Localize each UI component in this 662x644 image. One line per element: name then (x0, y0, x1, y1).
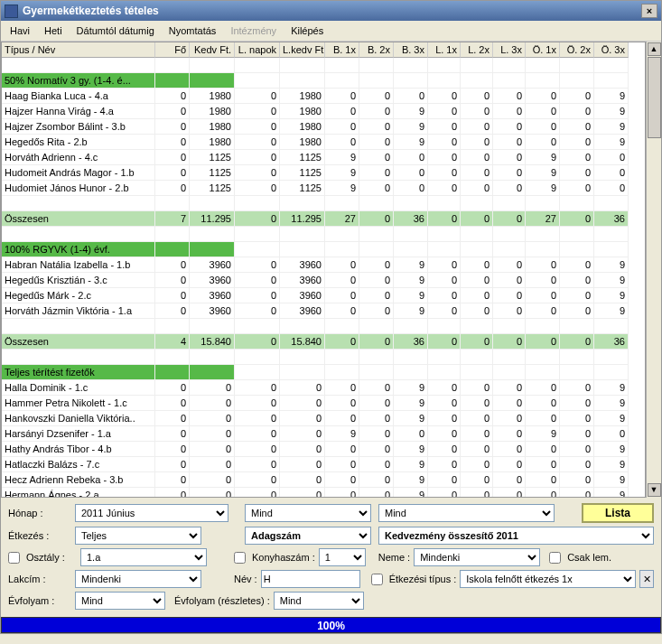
etkezes-label: Étkezés : (8, 530, 71, 541)
menu-datumtol[interactable]: Dátumtól dátumig (70, 23, 162, 38)
neme-select[interactable]: Mindenki (414, 548, 540, 566)
konyha-label: Konyhaszám : (252, 552, 315, 563)
etkezes-select[interactable]: Teljes (75, 527, 201, 545)
table-row: Hudomiet János Hunor - 2.b (2, 181, 155, 196)
table-row: Horváth Adrienn - 4.c (2, 150, 155, 165)
evfolyam-reszletes-label: Évfolyam (részletes) : (174, 595, 270, 606)
menubar: Havi Heti Dátumtól dátumig Nyomtatás Int… (1, 21, 661, 42)
lista-button[interactable]: Lista (582, 503, 654, 523)
column-header: B. 3x (394, 42, 428, 58)
data-grid[interactable]: Típus / NévFőKedv Ft.L. napokL.kedv FtB.… (1, 42, 646, 498)
vertical-scrollbar[interactable]: ▲ ▼ (646, 42, 661, 498)
menu-nyomtatas[interactable]: Nyomtatás (162, 23, 224, 38)
total-row: Összesen (2, 334, 155, 350)
table-row: Hathy András Tibor - 4.b (2, 442, 155, 457)
column-header: L. 1x (428, 42, 461, 58)
column-header: L. napok (235, 42, 280, 58)
table-row: Hudomeit András Magor - 1.b (2, 165, 155, 181)
lakcim-label: Lakcím : (8, 574, 71, 584)
table-row: Hegedős Rita - 2.b (2, 135, 155, 150)
nev-input[interactable] (261, 570, 360, 588)
group-header: 50% Normatív 3 gy. (1-4. é... (2, 73, 155, 89)
konyha-select[interactable]: 1 (319, 548, 366, 566)
csaklem-label: Csak lem. (567, 552, 611, 563)
lakcim-select[interactable]: Mindenki (75, 570, 201, 588)
group-header: Teljes térítést fizetők (2, 365, 155, 380)
column-header: Ö. 1x (526, 42, 560, 58)
progress-bar: 100% (1, 617, 661, 633)
etktip-clear-button[interactable]: ✕ (639, 570, 654, 588)
konyha-checkbox[interactable] (234, 552, 246, 564)
table-row: Hajzer Hanna Virág - 4.a (2, 104, 155, 119)
table-row: Hecz Adrienn Rebeka - 3.b (2, 472, 155, 488)
etktip-label: Étkezési típus : (389, 574, 457, 584)
group-header: 100% RGYVK (1-4) évf. (2, 242, 155, 257)
column-header: B. 2x (359, 42, 394, 58)
scroll-down-button[interactable]: ▼ (648, 483, 661, 497)
window-title: Gyermekétkeztetés tételes (23, 5, 641, 17)
table-row: Horváth Jázmin Viktória - 1.a (2, 303, 155, 319)
table-row: Halla Dominik - 1.c (2, 380, 155, 396)
menu-kilepes[interactable]: Kilépés (284, 23, 331, 38)
column-header: Ö. 3x (594, 42, 629, 58)
scroll-up-button[interactable]: ▲ (648, 42, 661, 56)
table-row: Habran Natália Izabella - 1.b (2, 257, 155, 273)
csaklem-checkbox[interactable] (549, 552, 561, 564)
evfolyam-reszletes-select[interactable]: Mind (274, 592, 364, 610)
kedvezmeny-select[interactable]: Kedvezmény összesítő 2011 (378, 527, 654, 545)
etktip-checkbox[interactable] (371, 574, 383, 585)
table-row: Hajzer Zsombor Bálint - 3.b (2, 119, 155, 135)
menu-heti[interactable]: Heti (37, 23, 70, 38)
total-row: Összesen (2, 211, 155, 227)
etktip-select[interactable]: Iskola felnőtt étkezés 1x (460, 570, 636, 588)
osztaly-checkbox[interactable] (8, 552, 20, 564)
column-header: L. 2x (461, 42, 493, 58)
adagszam-select[interactable]: Adagszám (245, 527, 371, 545)
column-header: Típus / Név (2, 42, 155, 58)
table-row: Hermann Ágnes - 2.a (2, 488, 155, 498)
menu-intezmeny: Intézmény (223, 23, 284, 38)
nev-label: Név : (234, 574, 257, 584)
table-row: Haag Bianka Luca - 4.a (2, 89, 155, 104)
column-header: L. 3x (493, 42, 526, 58)
honap-select[interactable]: 2011 Június (75, 504, 228, 522)
table-row: Hegedűs Krisztián - 3.c (2, 273, 155, 288)
table-row: Hatlaczki Balázs - 7.c (2, 457, 155, 472)
evfolyam-select[interactable]: Mind (75, 592, 165, 610)
evfolyam-label: Évfolyam : (8, 595, 71, 606)
osztaly-label: Osztály : (26, 552, 77, 563)
app-icon (5, 5, 18, 18)
neme-label: Neme : (378, 552, 410, 563)
table-row: Hankovszki Daniella Viktória.. (2, 411, 155, 426)
titlebar: Gyermekétkeztetés tételes × (1, 1, 661, 21)
menu-havi[interactable]: Havi (3, 23, 37, 38)
table-row: Harsányi Dzsenifer - 1.a (2, 426, 155, 442)
column-header: Kedv Ft. (190, 42, 235, 58)
honap-label: Hónap : (8, 508, 71, 518)
column-header: B. 1x (325, 42, 359, 58)
table-row: Hegedűs Márk - 2.c (2, 288, 155, 303)
filter2-select[interactable]: Mind (378, 504, 555, 522)
column-header: Fő (155, 42, 190, 58)
filter1-select[interactable]: Mind (245, 504, 371, 522)
close-button[interactable]: × (641, 4, 657, 18)
column-header: Ö. 2x (560, 42, 594, 58)
column-header: L.kedv Ft (280, 42, 325, 58)
scroll-thumb[interactable] (648, 57, 661, 138)
table-row: Hammer Petra Nikolett - 1.c (2, 396, 155, 411)
osztaly-select[interactable]: 1.a (80, 548, 207, 566)
